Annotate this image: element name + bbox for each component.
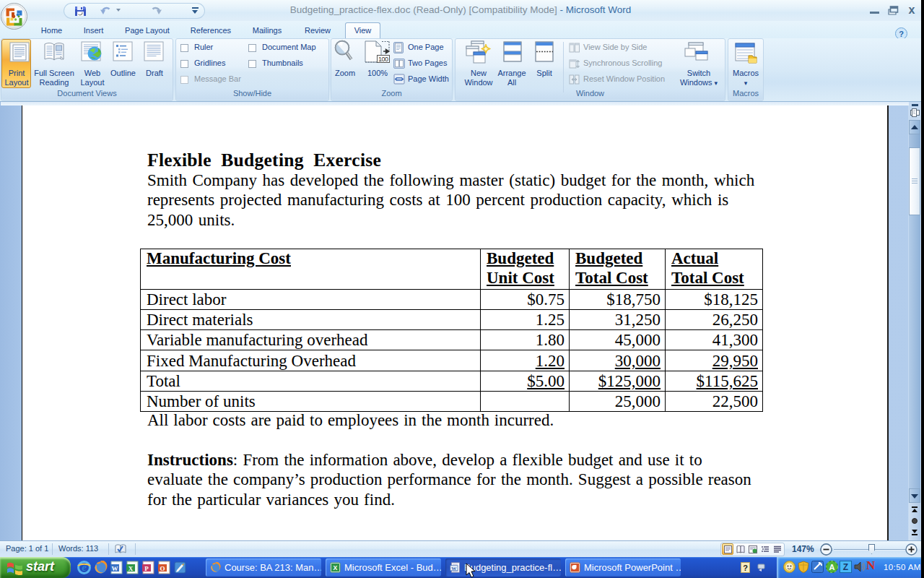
svg-text:X: X — [128, 565, 134, 572]
svg-text:?: ? — [899, 30, 904, 38]
svg-text:O: O — [160, 565, 165, 572]
svg-text:e: e — [82, 561, 87, 573]
svg-text:W: W — [451, 566, 456, 571]
svg-text:100: 100 — [378, 56, 388, 63]
svg-text:Z: Z — [843, 562, 848, 572]
svg-text:W: W — [112, 565, 118, 572]
svg-text:P: P — [144, 565, 149, 572]
svg-text:A: A — [829, 563, 835, 571]
svg-text:X: X — [334, 564, 338, 571]
